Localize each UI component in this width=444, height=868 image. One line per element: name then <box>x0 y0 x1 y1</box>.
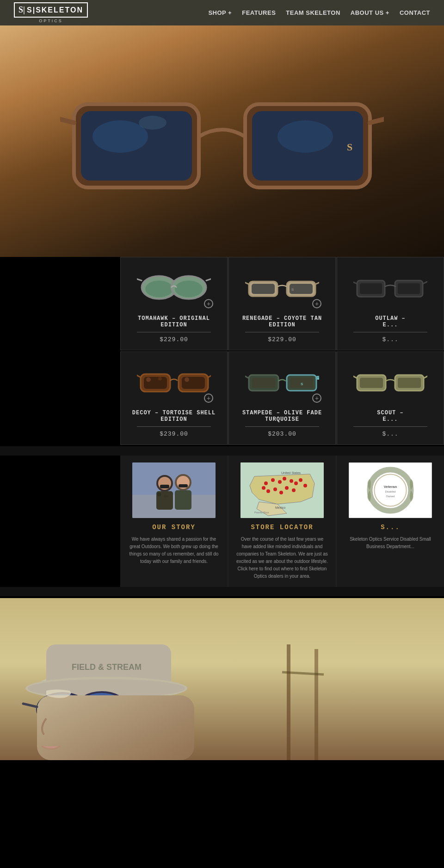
store-locator-title: STORE LOCATOR <box>251 524 313 531</box>
left-black-col-2 <box>0 351 120 445</box>
product-plus-icon[interactable]: + <box>204 299 213 308</box>
svg-text:S: S <box>301 382 303 386</box>
logo-s-icon: S| <box>18 5 25 15</box>
product-stampede-price: $203.00 <box>268 431 296 437</box>
svg-text:S: S <box>291 287 294 292</box>
svg-line-22 <box>315 281 319 284</box>
svg-rect-108 <box>37 695 194 760</box>
info-section: OUR STORY We have always shared a passio… <box>0 446 444 596</box>
store-locator-text: Over the course of the last few years we… <box>235 536 329 580</box>
product-renegade-image: S + <box>240 264 324 311</box>
product-divider <box>137 426 211 427</box>
svg-line-14 <box>137 278 142 281</box>
product-outlaw-image <box>349 264 432 311</box>
nav-contact[interactable]: CONTACT <box>400 9 430 16</box>
product-outlaw-name: OUTLAW –E... <box>375 315 406 328</box>
decoy-glasses-svg <box>137 366 211 398</box>
svg-text:Mexico: Mexico <box>275 506 285 509</box>
svg-text:Owned: Owned <box>386 495 395 498</box>
svg-point-31 <box>146 377 151 382</box>
our-story-title: OUR STORY <box>152 524 196 531</box>
product-stampede-image: S + <box>240 359 324 405</box>
bottom-hero: FIELD & STREAM S <box>0 598 444 760</box>
product-outlaw[interactable]: OUTLAW –E... $... <box>337 257 444 350</box>
hero-sunglasses-svg: S <box>60 76 384 206</box>
svg-rect-64 <box>164 495 168 498</box>
svg-point-11 <box>145 281 173 297</box>
product-plus-icon[interactable]: + <box>312 299 321 308</box>
main-nav: SHOP + FEATURES TEAM SKELETON ABOUT US +… <box>208 9 430 16</box>
svg-point-69 <box>264 481 268 485</box>
svg-line-37 <box>208 374 211 377</box>
product-divider <box>353 426 427 427</box>
svg-rect-93 <box>287 644 290 760</box>
svg-point-32 <box>158 377 162 381</box>
svg-rect-60 <box>175 490 191 510</box>
product-renegade[interactable]: S + RENEGADE – COYOTE TAN EDITION $229.0… <box>228 257 336 350</box>
svg-point-81 <box>303 484 307 487</box>
svg-point-76 <box>285 486 289 490</box>
product-decoy[interactable]: + DECOY – TORTOISE SHELL EDITION $239.00 <box>120 351 228 445</box>
bottom-hero-svg: FIELD & STREAM S <box>0 598 444 760</box>
svg-point-70 <box>271 478 275 482</box>
product-stampede[interactable]: S + STAMPEDE – OLIVE FADE TURQUOISE $203… <box>228 351 336 445</box>
logo[interactable]: S| S|SKELETON OPTICS <box>14 2 88 23</box>
product-divider <box>353 332 427 332</box>
info-award[interactable]: Veteran Disabled Owned S... Skeleton Opt… <box>337 456 444 587</box>
logo-text: S|SKELETON <box>27 6 83 14</box>
product-decoy-price: $239.00 <box>160 431 188 437</box>
svg-rect-58 <box>160 485 169 488</box>
product-renegade-name: RENEGADE – COYOTE TAN EDITION <box>236 315 328 328</box>
product-stampede-name: STAMPEDE – OLIVE FADE TURQUOISE <box>236 410 328 423</box>
product-tomahawk[interactable]: + TOMAHAWK – ORIGINAL EDITION $229.00 <box>120 257 228 350</box>
tomahawk-glasses-svg <box>137 271 211 304</box>
svg-point-78 <box>273 487 277 491</box>
products-grid-row2: + DECOY – TORTOISE SHELL EDITION $239.00… <box>120 351 444 445</box>
product-scout[interactable]: SCOUT –E... $... <box>337 351 444 445</box>
svg-rect-53 <box>132 462 216 495</box>
site-header: S| S|SKELETON OPTICS SHOP + FEATURES TEA… <box>0 0 444 25</box>
product-scout-image <box>349 359 432 405</box>
svg-rect-17 <box>252 284 275 294</box>
nav-shop[interactable]: SHOP + <box>208 9 232 16</box>
svg-text:Veteran: Veteran <box>384 485 397 489</box>
svg-line-51 <box>424 375 427 378</box>
products-row-2: + DECOY – TORTOISE SHELL EDITION $239.00… <box>0 351 444 445</box>
svg-text:United States: United States <box>281 471 301 475</box>
product-divider <box>245 332 319 332</box>
svg-point-74 <box>294 481 298 485</box>
product-divider <box>137 332 211 332</box>
nav-about[interactable]: ABOUT US + <box>351 9 389 16</box>
svg-point-80 <box>279 491 283 494</box>
product-plus-icon[interactable]: + <box>312 393 321 403</box>
stampede-glasses-svg: S <box>245 366 319 398</box>
info-store-locator[interactable]: Mexico United States Puerto Rico STORE L… <box>228 456 336 587</box>
nav-team[interactable]: TEAM SKELETON <box>286 9 340 16</box>
svg-rect-54 <box>132 495 216 518</box>
svg-rect-47 <box>360 378 383 388</box>
product-tomahawk-name: TOMAHAWK – ORIGINAL EDITION <box>128 315 220 328</box>
product-decoy-name: DECOY – TORTOISE SHELL EDITION <box>128 410 220 423</box>
svg-line-50 <box>353 375 357 378</box>
svg-line-8 <box>370 113 384 123</box>
product-decoy-image: + <box>132 359 216 405</box>
svg-line-7 <box>60 113 74 123</box>
svg-point-35 <box>185 377 189 382</box>
product-plus-icon[interactable]: + <box>204 393 213 403</box>
svg-text:Puerto Rico: Puerto Rico <box>254 511 269 514</box>
svg-point-82 <box>262 486 265 490</box>
product-divider <box>245 426 319 427</box>
left-black-col-3 <box>0 456 120 587</box>
svg-text:FIELD & STREAM: FIELD & STREAM <box>72 662 142 672</box>
svg-rect-39 <box>252 378 275 388</box>
award-svg: Veteran Disabled Owned <box>349 462 432 518</box>
award-title: S... <box>381 524 400 531</box>
nav-features[interactable]: FEATURES <box>242 9 276 16</box>
svg-line-44 <box>245 375 249 378</box>
svg-line-15 <box>206 278 211 281</box>
left-black-col-1 <box>0 257 120 350</box>
award-image: Veteran Disabled Owned <box>349 462 432 518</box>
info-our-story[interactable]: OUR STORY We have always shared a passio… <box>120 456 228 587</box>
svg-point-2 <box>92 120 148 153</box>
product-outlaw-price: $... <box>382 336 398 343</box>
